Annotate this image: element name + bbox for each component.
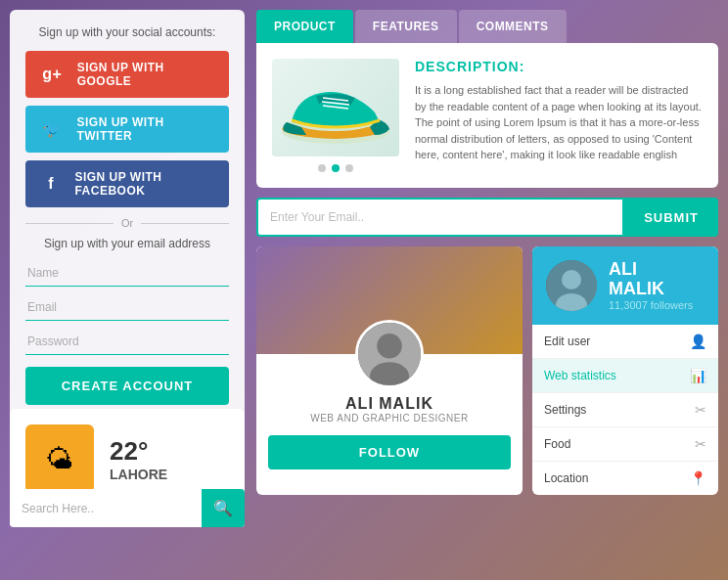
stats-followers: 11,3007 followers <box>609 299 693 311</box>
stats-header: ALIMALIK 11,3007 followers <box>532 246 718 325</box>
create-account-button[interactable]: CREATE ACCOUNT <box>25 367 229 405</box>
edit-user-label: Edit user <box>544 335 590 348</box>
dot-2[interactable] <box>332 164 340 172</box>
edit-user-icon: 👤 <box>690 334 706 349</box>
menu-item-settings[interactable]: Settings ✂ <box>532 393 718 427</box>
search-bar: 🔍 <box>10 489 245 527</box>
product-image-area <box>272 59 399 172</box>
profile-role: WEB AND GRAPHIC DESIGNER <box>268 413 511 424</box>
shoe-icon <box>272 59 399 156</box>
stats-avatar <box>546 260 597 311</box>
menu-item-location[interactable]: Location 📍 <box>532 462 718 495</box>
product-description: DESCRIPTION: It is a long established fa… <box>415 59 703 172</box>
signup-title: Sign up with your social accounts: <box>25 25 229 39</box>
description-text: It is a long established fact that a rea… <box>415 82 703 163</box>
main-area: PRODUCT FEATURES COMMENTS <box>256 10 718 495</box>
tab-bar: PRODUCT FEATURES COMMENTS <box>256 10 718 43</box>
product-image <box>272 59 399 156</box>
product-card: DESCRIPTION: It is a long established fa… <box>256 43 718 188</box>
web-statistics-label: Web statistics <box>544 369 616 382</box>
dot-3[interactable] <box>345 164 353 172</box>
follow-button[interactable]: FOLLOW <box>268 435 511 469</box>
search-button[interactable]: 🔍 <box>202 489 245 527</box>
email-submit-row: SUBMIT <box>256 198 718 237</box>
stats-card: ALIMALIK 11,3007 followers Edit user 👤 W… <box>532 246 718 495</box>
profile-name: ALI MALIK <box>268 395 511 413</box>
avatar-image <box>358 320 421 388</box>
search-input[interactable] <box>10 492 202 525</box>
dot-1[interactable] <box>318 164 326 172</box>
svg-point-8 <box>562 270 581 290</box>
profile-card: ALI MALIK WEB AND GRAPHIC DESIGNER FOLLO… <box>256 246 523 495</box>
stats-menu: Edit user 👤 Web statistics 📊 Settings ✂ … <box>532 325 718 495</box>
submit-button[interactable]: SUBMIT <box>624 198 718 237</box>
location-icon: 📍 <box>690 470 706 486</box>
stats-user-name: ALIMALIK <box>609 260 693 299</box>
product-dots <box>272 164 399 172</box>
avatar <box>355 320 424 388</box>
profile-avatar-wrapper <box>355 320 424 388</box>
facebook-signup-button[interactable]: f SIGN UP WITH FACEBOOK <box>25 160 229 207</box>
google-icon: g+ <box>39 61 66 88</box>
profile-background <box>256 246 523 354</box>
twitter-signup-button[interactable]: 🐦 SIGN UP WITH TWITTER <box>25 106 229 153</box>
weather-icon: 🌤 <box>25 424 94 493</box>
temperature: 22° <box>110 436 167 467</box>
or-divider: Or <box>25 217 229 229</box>
tab-product[interactable]: PRODUCT <box>256 10 353 43</box>
menu-item-edit-user[interactable]: Edit user 👤 <box>532 325 718 359</box>
food-label: Food <box>544 437 570 451</box>
description-title: DESCRIPTION: <box>415 59 703 74</box>
google-signup-button[interactable]: g+ SIGN UP WITH GOOGLE <box>25 51 229 98</box>
facebook-icon: f <box>39 170 63 198</box>
weather-info: 22° LAHORE <box>110 436 167 482</box>
svg-point-5 <box>377 334 402 359</box>
twitter-icon: 🐦 <box>39 115 65 143</box>
stats-name-area: ALIMALIK 11,3007 followers <box>609 260 693 311</box>
name-field[interactable] <box>25 260 229 287</box>
menu-item-web-statistics[interactable]: Web statistics 📊 <box>532 359 718 393</box>
left-panel: Sign up with your social accounts: g+ SI… <box>10 10 245 439</box>
password-field[interactable] <box>25 329 229 355</box>
email-subscribe-input[interactable] <box>256 198 624 237</box>
bottom-row: ALI MALIK WEB AND GRAPHIC DESIGNER FOLLO… <box>256 246 718 495</box>
menu-item-food[interactable]: Food ✂ <box>532 427 718 462</box>
food-icon: ✂ <box>695 436 706 452</box>
settings-icon: ✂ <box>695 402 706 418</box>
settings-label: Settings <box>544 403 586 417</box>
tab-comments[interactable]: COMMENTS <box>459 10 567 43</box>
email-field[interactable] <box>25 294 229 321</box>
city: LAHORE <box>110 467 167 482</box>
stats-avatar-image <box>546 260 597 311</box>
tab-features[interactable]: FEATURES <box>355 10 457 43</box>
location-label: Location <box>544 471 588 485</box>
web-statistics-icon: 📊 <box>690 368 706 383</box>
product-inner: DESCRIPTION: It is a long established fa… <box>272 59 703 172</box>
email-signup-title: Sign up with your email address <box>25 237 229 250</box>
